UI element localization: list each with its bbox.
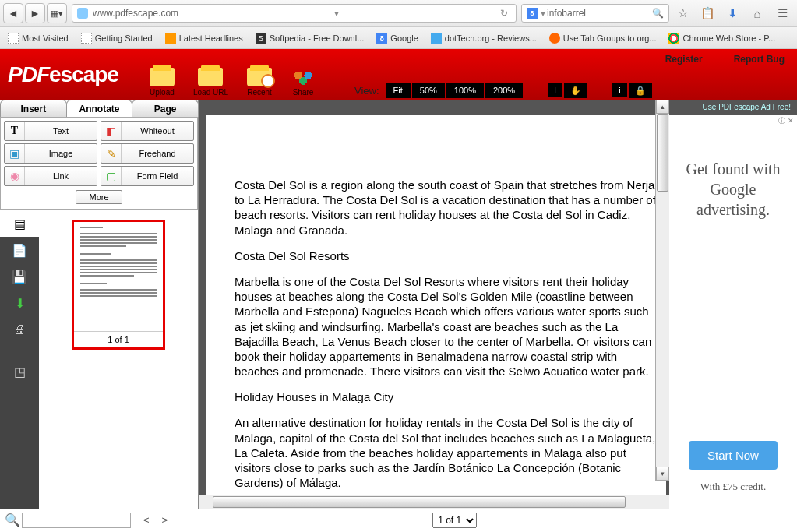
- bookmark-item[interactable]: Chrome Web Store - P...: [664, 31, 780, 45]
- load-url-button[interactable]: Load URL: [193, 68, 228, 97]
- favicon: [165, 33, 176, 44]
- more-button[interactable]: More: [76, 190, 122, 204]
- text-icon: T: [5, 122, 25, 140]
- upload-button[interactable]: Upload: [150, 68, 175, 97]
- bookmark-item[interactable]: dotTech.org - Reviews...: [426, 31, 541, 45]
- doc-paragraph: Marbella is one of the Costa Del Sol Res…: [235, 274, 658, 379]
- favicon: [81, 33, 92, 44]
- pdf-icon[interactable]: 📄: [0, 237, 39, 263]
- page-select-dropdown[interactable]: 1 of 1: [432, 513, 477, 528]
- folder-upload-icon: [150, 68, 175, 86]
- find-input[interactable]: [22, 513, 131, 528]
- favicon: 8: [376, 33, 387, 44]
- zoom-50[interactable]: 50%: [412, 83, 445, 98]
- favicon: [668, 33, 679, 44]
- dropdown-icon[interactable]: ▾: [334, 8, 339, 19]
- text-cursor-tool[interactable]: I: [548, 83, 562, 97]
- thumbnail-label: 1 of 1: [74, 331, 163, 347]
- tab-groups-button[interactable]: ▦▾: [47, 3, 67, 23]
- doc-paragraph: Costa Del Sol is a region along the sout…: [235, 178, 658, 238]
- reload-icon[interactable]: ↻: [500, 8, 508, 19]
- search-icon[interactable]: 🔍: [652, 8, 664, 19]
- bookmark-item[interactable]: Latest Headlines: [160, 31, 248, 45]
- save-icon[interactable]: 💾: [0, 263, 39, 290]
- tab-annotate[interactable]: Annotate: [66, 100, 133, 117]
- ad-credit-text: With £75 credit.: [700, 481, 766, 493]
- link-icon: ◉: [5, 167, 25, 185]
- tab-insert[interactable]: Insert: [0, 100, 67, 117]
- home-icon[interactable]: ⌂: [749, 5, 766, 22]
- bookmark-item[interactable]: Most Visited: [3, 31, 73, 45]
- downloads-icon[interactable]: ⬇: [724, 5, 741, 22]
- left-panel: Insert Annotate Page TText ◧Whiteout ▣Im…: [0, 100, 199, 509]
- download-icon[interactable]: ⬇: [0, 290, 39, 316]
- bookmarks-toolbar: Most Visited Getting Started Latest Head…: [0, 27, 797, 49]
- document-viewer: Costa Del Sol is a region along the sout…: [199, 100, 669, 509]
- document-scroll-area[interactable]: Costa Del Sol is a region along the sout…: [199, 100, 669, 495]
- zoom-100[interactable]: 100%: [446, 83, 484, 98]
- zoom-200[interactable]: 200%: [485, 83, 523, 98]
- prev-page-button[interactable]: <: [143, 514, 150, 526]
- recent-button[interactable]: Recent: [247, 68, 272, 97]
- page-navigation: < >: [143, 514, 168, 526]
- ad-content: Get found with Google advertising. Start…: [669, 128, 797, 509]
- print-icon[interactable]: 🖨: [0, 316, 39, 343]
- share-icon: [291, 68, 316, 86]
- tool-image[interactable]: ▣Image: [4, 143, 97, 164]
- lock-tool[interactable]: 🔒: [629, 83, 652, 98]
- bookmark-item[interactable]: Use Tab Groups to org...: [545, 31, 661, 45]
- doc-paragraph: An alternative destination for holiday r…: [235, 415, 658, 490]
- side-toolbar: ▤ 📄 💾 ⬇ 🖨 ◳: [0, 210, 39, 509]
- bookmark-item[interactable]: SSoftpedia - Free Downl...: [251, 31, 369, 45]
- report-bug-link[interactable]: Report Bug: [734, 54, 785, 65]
- back-button[interactable]: ◄: [3, 3, 23, 23]
- next-page-button[interactable]: >: [162, 514, 168, 526]
- url-bar[interactable]: www.pdfescape.com ▾ ↻: [72, 4, 517, 23]
- scrollbar-thumb[interactable]: [657, 114, 668, 192]
- tool-formfield[interactable]: ▢Form Field: [101, 166, 194, 186]
- view-controls: View: Fit 50% 100% 200% I ✋ i 🔒: [354, 83, 652, 100]
- tool-text[interactable]: TText: [4, 121, 97, 141]
- thumbnail-viewport: 1 of 1: [39, 210, 198, 509]
- hand-tool[interactable]: ✋: [564, 83, 587, 98]
- doc-heading: Holiday Houses in Malaga City: [235, 389, 658, 404]
- register-link[interactable]: Register: [665, 54, 703, 65]
- scrollbar-thumb[interactable]: [213, 496, 626, 508]
- ad-info-close[interactable]: ⓘ ✕: [669, 115, 797, 128]
- vertical-scrollbar[interactable]: [655, 100, 669, 481]
- favicon: [549, 33, 560, 44]
- pages-icon[interactable]: ▤: [0, 210, 39, 237]
- reading-list-icon[interactable]: 📋: [699, 5, 716, 22]
- thumbnail-preview: [74, 222, 163, 331]
- zoom-fit[interactable]: Fit: [386, 83, 411, 98]
- tool-link[interactable]: ◉Link: [4, 166, 97, 186]
- tool-freehand[interactable]: ✎Freehand: [101, 143, 194, 164]
- page-thumbnail[interactable]: 1 of 1: [72, 220, 165, 350]
- tool-whiteout[interactable]: ◧Whiteout: [101, 121, 194, 141]
- favicon: S: [256, 33, 266, 44]
- horizontal-scrollbar[interactable]: [199, 495, 669, 509]
- ad-free-link[interactable]: Use PDFescape Ad Free!: [669, 100, 797, 115]
- favicon: [8, 33, 19, 44]
- page-selector[interactable]: 1 of 1: [432, 513, 477, 528]
- doc-heading: Costa Del Sol Resorts: [235, 248, 658, 263]
- share-button[interactable]: Share: [291, 68, 316, 97]
- expand-icon[interactable]: ◳: [0, 358, 39, 385]
- forward-button[interactable]: ►: [25, 3, 45, 23]
- search-bar[interactable]: 8 ▾ infobarrel 🔍: [521, 4, 669, 23]
- bookmark-item[interactable]: Getting Started: [76, 31, 157, 45]
- document-page[interactable]: Costa Del Sol is a region along the sout…: [206, 115, 666, 495]
- pencil-icon: ✎: [101, 144, 122, 163]
- logo: PDFescape: [0, 62, 118, 100]
- ad-headline: Get found with Google advertising.: [677, 159, 789, 220]
- form-icon: ▢: [101, 167, 122, 185]
- tab-page[interactable]: Page: [132, 100, 199, 117]
- bookmark-item[interactable]: 8Google: [372, 31, 422, 45]
- info-tool[interactable]: i: [612, 83, 626, 97]
- bookmark-star-icon[interactable]: ☆: [674, 5, 691, 22]
- search-engine-icon[interactable]: 8: [527, 8, 538, 19]
- app-header: PDFescape Upload Load URL Recent Share V…: [0, 49, 797, 100]
- tool-tabs: Insert Annotate Page: [0, 100, 198, 117]
- ad-cta-button[interactable]: Start Now: [689, 441, 778, 470]
- menu-icon[interactable]: ☰: [774, 5, 791, 22]
